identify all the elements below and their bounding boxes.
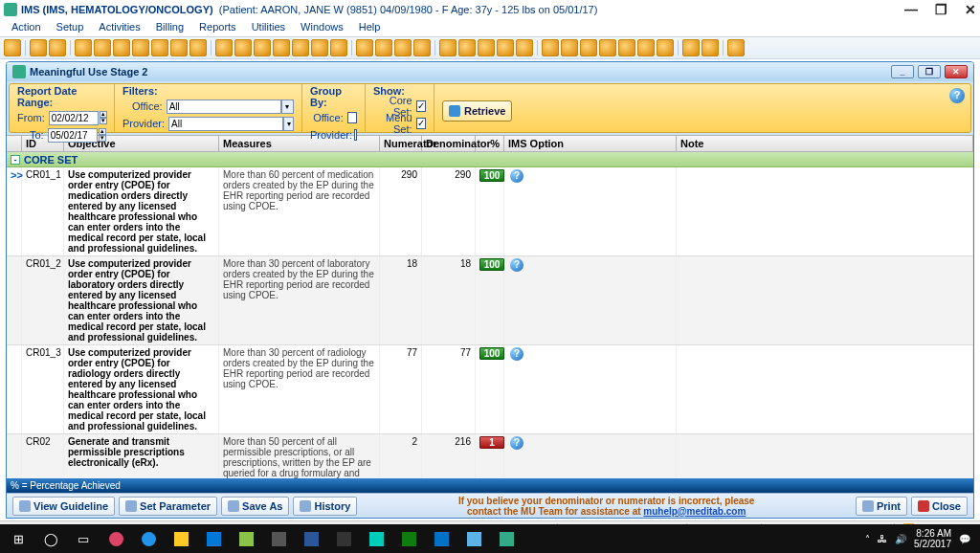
set-parameter-button[interactable]: Set Parameter [119,497,217,516]
toolbar-button[interactable] [234,39,252,56]
save-as-button[interactable]: Save As [221,497,289,516]
group-office-checkbox[interactable] [347,112,357,123]
table-row[interactable]: >>CR01_1Use computerized provider order … [7,167,973,256]
toolbar-button[interactable] [497,39,514,56]
table-row[interactable]: CR02Generate and transmit permissible pr… [7,434,973,478]
toolbar-button[interactable] [657,39,674,56]
toolbar-button[interactable] [75,39,92,56]
toolbar-button[interactable] [478,39,495,56]
grid-body[interactable]: >>CR01_1Use computerized provider order … [7,167,973,478]
help-icon[interactable]: ? [510,169,523,183]
taskbar-app[interactable] [297,527,325,550]
taskbar-app[interactable] [459,527,488,550]
col-percent[interactable]: % [476,136,504,151]
taskbar-app[interactable] [329,527,358,550]
col-note[interactable]: Note [677,136,973,151]
provider-filter-input[interactable] [168,117,283,131]
taskbar-app[interactable] [264,527,293,550]
window-minimize-icon[interactable]: — [904,2,918,17]
toolbar-button[interactable] [4,39,21,56]
taskbar-app[interactable] [134,527,163,550]
col-ims-option[interactable]: IMS Option [504,136,677,151]
toolbar-button[interactable] [516,39,533,56]
taskbar-app[interactable] [232,527,260,550]
table-row[interactable]: CR01_3Use computerized provider order en… [7,345,973,434]
help-icon[interactable]: ? [510,347,523,361]
toolbar-button[interactable] [458,39,476,56]
toolbar-button[interactable] [561,39,578,56]
toolbar-button[interactable] [132,39,149,56]
toolbar-button[interactable] [170,39,188,56]
menu-billing[interactable]: Billing [148,19,191,36]
toolbar-button[interactable] [356,39,373,56]
taskbar-app[interactable] [427,527,456,550]
menu-windows[interactable]: Windows [293,19,351,36]
child-close-icon[interactable]: ✕ [945,65,968,78]
col-denominator[interactable]: Denominator [422,136,476,151]
toolbar-button[interactable] [311,39,328,56]
tray-notification-icon[interactable]: 💬 [959,534,970,544]
menu-activities[interactable]: Activities [91,19,147,36]
toolbar-button[interactable] [682,39,700,56]
task-view-icon[interactable]: ▭ [69,527,98,550]
retrieve-button[interactable]: Retrieve [442,100,512,122]
coreset-collapse-icon[interactable]: - [11,155,20,165]
start-button[interactable]: ⊞ [4,527,33,550]
menu-setup[interactable]: Setup [49,19,92,36]
cortana-icon[interactable]: ◯ [36,527,65,550]
taskbar-app[interactable] [167,527,195,550]
toolbar-button[interactable] [113,39,130,56]
toolbar-button[interactable] [618,39,635,56]
menu-utilities[interactable]: Utilities [244,19,293,36]
office-dropdown-icon[interactable]: ▾ [281,100,294,114]
toolbar-button[interactable] [273,39,290,56]
taskbar-app[interactable] [492,527,521,550]
toolbar-button[interactable] [189,39,207,56]
group-provider-checkbox[interactable] [354,129,357,141]
child-minimize-icon[interactable]: _ [891,65,914,78]
system-tray[interactable]: ˄ 🖧 🔊 8:26 AM 5/2/2017 💬 [865,528,976,549]
window-restore-icon[interactable]: ❐ [935,2,947,17]
toolbar-button[interactable] [439,39,457,56]
tray-network-icon[interactable]: 🖧 [878,534,887,544]
coreset-checkbox[interactable]: ✓ [416,100,426,112]
taskbar-app[interactable] [101,527,130,550]
taskbar-app[interactable] [362,527,390,550]
toolbar-button[interactable] [292,39,309,56]
coreset-group-header[interactable]: -CORE SET [7,152,973,167]
mu-help-email[interactable]: muhelp@meditab.com [643,506,746,517]
help-icon[interactable]: ? [510,436,523,450]
toolbar-button[interactable] [542,39,559,56]
help-icon[interactable]: ? [510,258,523,272]
col-numerator[interactable]: Numerator [380,136,422,151]
toolbar-button[interactable] [30,39,47,56]
history-button[interactable]: History [293,497,357,516]
window-close-icon[interactable]: ✕ [965,2,976,17]
toolbar-button[interactable] [599,39,616,56]
toolbar-button[interactable] [637,39,655,56]
taskbar-app[interactable] [199,527,228,550]
view-guideline-button[interactable]: View Guideline [12,497,115,516]
toolbar-button[interactable] [254,39,271,56]
tray-volume-icon[interactable]: 🔊 [895,534,906,544]
table-row[interactable]: CR01_2Use computerized provider order en… [7,256,973,345]
close-button[interactable]: Close [911,497,968,516]
from-date-spinner[interactable]: ▲▼ [100,111,107,124]
toolbar-button[interactable] [94,39,111,56]
toolbar-button[interactable] [151,39,168,56]
to-date-input[interactable] [48,128,98,143]
toolbar-button[interactable] [394,39,412,56]
toolbar-button[interactable] [702,39,719,56]
menu-help[interactable]: Help [351,19,389,36]
from-date-input[interactable] [49,111,99,125]
print-button[interactable]: Print [856,497,907,516]
child-maximize-icon[interactable]: ❐ [918,65,941,78]
menu-reports[interactable]: Reports [191,19,244,36]
provider-dropdown-icon[interactable]: ▾ [283,117,294,131]
toolbar-button[interactable] [375,39,392,56]
toolbar-button[interactable] [727,39,745,56]
menuset-checkbox[interactable]: ✓ [416,118,426,129]
toolbar-button[interactable] [215,39,233,56]
toolbar-button[interactable] [580,39,597,56]
toolbar-button[interactable] [330,39,347,56]
